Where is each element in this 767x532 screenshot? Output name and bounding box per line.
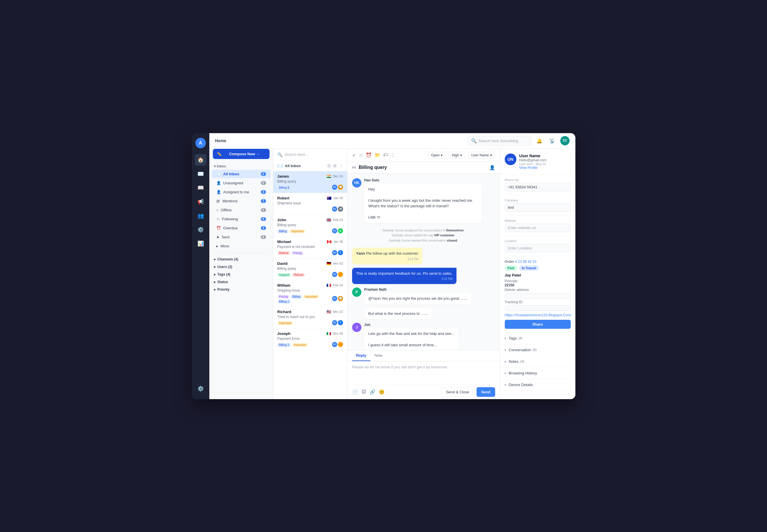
sender-avatar: J [352, 323, 361, 332]
sidebar-item-overdue[interactable]: ⏰ Overdue 3 [212, 224, 271, 232]
inbox-section-label[interactable]: ▾ Inbox [209, 163, 273, 169]
more-icon[interactable]: ⋮ [391, 152, 395, 158]
tag-icon[interactable]: 🏷 [383, 152, 388, 158]
chat-input-box[interactable]: Please do let me know if you still don't… [347, 361, 500, 385]
filter-icon[interactable]: ⊟ [327, 163, 331, 168]
sidebar-tags[interactable]: ▸ Tags (4) [209, 271, 273, 278]
channel-icon: ✉ [338, 206, 343, 212]
sidebar-users[interactable]: ▸ Users (2) [209, 263, 273, 271]
sidebar-item-sent[interactable]: ➤ Sent 8 [212, 233, 271, 241]
sender-avatar: HS [352, 178, 361, 188]
mentions-icon: @ [216, 199, 220, 203]
nav-home[interactable]: 🏠 [195, 154, 206, 166]
notifications-icon[interactable]: 🔔 [535, 136, 544, 145]
clock-icon[interactable]: ⏰ [366, 152, 372, 158]
sidebar-channels[interactable]: ▸ Channels (4) [209, 256, 273, 263]
attach-icon[interactable]: 📄 [352, 389, 358, 395]
overdue-icon: ⏰ [216, 226, 221, 230]
chevron-down-icon: ▾ [441, 153, 443, 157]
sidebar-item-mentions[interactable]: @ Mentions 7 [212, 197, 271, 205]
inbox-list-icon: ✉️ [277, 163, 283, 169]
message-row: J Jon Lets go with the flow and ask for … [352, 323, 495, 350]
view-profile-link[interactable]: View Profile [519, 166, 547, 170]
conversation-item[interactable]: John 🇬🇧 Feb 23 Billing query Billing Imp… [273, 215, 347, 237]
conversation-accordion[interactable]: ▸ Conversation (6) [500, 344, 575, 356]
channel-icon: 💬 [338, 296, 343, 301]
avatar: TC [332, 272, 337, 277]
conversation-item[interactable]: Michael 🇨🇦 Jun 30 Payment is not receive… [273, 237, 347, 258]
send-button[interactable]: Send [477, 387, 495, 397]
more-options-icon[interactable]: ⋮ [339, 163, 343, 168]
send-close-button[interactable]: Send & Close [441, 387, 474, 397]
conversation-item[interactable]: Joseph 🇮🇹 Dec 26 Payment Error Billing 1… [273, 329, 347, 350]
note-tab[interactable]: Note [370, 350, 386, 361]
in-transit-tag: In Transit [519, 265, 539, 271]
columns-icon[interactable]: ⊞ [333, 163, 337, 168]
location-section: Location Enter Location [500, 236, 575, 256]
user-name: User Name [519, 153, 547, 158]
assignee-button[interactable]: User Name ▾ [468, 152, 495, 159]
avatar: TC [332, 320, 337, 325]
chevron-right-icon: ▸ [505, 359, 506, 363]
star-icon[interactable]: ☆ [359, 152, 363, 158]
nav-inbox[interactable]: ✉️ [195, 168, 206, 180]
message-row: But what is the next process to ....... [352, 308, 495, 319]
nav-contacts[interactable]: 👥 [195, 210, 206, 222]
conversation-item[interactable]: Richard 🇺🇸 Dec 22 Tried to reach out to … [273, 307, 347, 329]
check-icon[interactable]: ✓ [352, 152, 356, 158]
emoji-icon[interactable]: 😊 [379, 389, 385, 395]
reply-tab[interactable]: Reply [352, 350, 370, 361]
sidebar-priority[interactable]: ▸ Priority [209, 286, 273, 293]
search-box[interactable]: 🔍 [467, 136, 531, 146]
sidebar-status[interactable]: ▸ Status [209, 278, 273, 286]
priority-button[interactable]: High ▾ [449, 152, 465, 159]
app-logo[interactable]: A [195, 138, 206, 148]
browsing-history-accordion[interactable]: ▸ Browsing History [500, 367, 575, 379]
sidebar-item-following[interactable]: ☆ Following 9 [212, 215, 271, 223]
chat-header: #4 Billing query 👤 [347, 162, 500, 174]
chevron-right-icon: ▸ [505, 348, 506, 352]
nav-settings[interactable]: ⚙️ [195, 383, 206, 394]
location-input[interactable]: Enter Location [505, 244, 571, 252]
app-header: Home 🔍 🔔 📡 TC [209, 133, 575, 149]
conversation-item[interactable]: William 🇫🇷 Feb 14 Shipping issue Pricing… [273, 280, 347, 307]
sidebar-item-more[interactable]: ▸ More [212, 242, 271, 250]
channel-icon: 🔶 [338, 342, 343, 347]
website-input[interactable]: Enter website url [505, 224, 571, 232]
conversation-item[interactable]: David 🇩🇪 Dec 02 Billing query Support Re… [273, 258, 347, 280]
device-details-accordion[interactable]: ▸ Device Details [500, 379, 575, 391]
user-avatar[interactable]: TC [560, 136, 570, 145]
nav-broadcast[interactable]: 📢 [195, 196, 206, 208]
person-icon: 👤 [489, 165, 495, 170]
deliver-row: Deliver address: [505, 288, 571, 299]
feed-icon[interactable]: 📡 [547, 136, 557, 145]
sidebar-item-offline[interactable]: ○ Offline 6 [212, 206, 271, 214]
compose-new-button[interactable]: ✏️ Compose New → [213, 149, 270, 159]
chevron-down-icon: ▾ [460, 153, 462, 157]
message-row: This is really important feedback for us… [352, 268, 495, 284]
nav-book[interactable]: 📖 [195, 182, 206, 194]
sidebar-item-assigned-to-me[interactable]: 👤 Assigned to me 3 [212, 188, 271, 196]
tags-accordion[interactable]: ▸ Tags (4) [500, 333, 575, 344]
inbox-search-input[interactable] [285, 152, 343, 157]
sidebar-item-all-inbox[interactable]: ✉️ All Inbox 2 [212, 170, 271, 178]
status-button[interactable]: Open ▾ [428, 152, 446, 159]
chevron-right-icon: ▸ [505, 383, 506, 387]
search-input[interactable] [479, 139, 527, 143]
nav-hierarchy[interactable]: ⚙️ [195, 224, 206, 235]
conversation-item[interactable]: Robert 🇦🇺 Jan 15 Shipment issue TC ✉ [273, 193, 347, 215]
chat-id: #4 [352, 165, 356, 169]
sidebar-item-unassigned[interactable]: 👤 Unassigned 0 [212, 179, 271, 187]
folder-icon[interactable]: 📁 [374, 152, 380, 158]
tracking-link[interactable]: Https://Greatadventures133.Blogspot.Com/ [505, 313, 571, 317]
phone-label: Phone No [505, 178, 571, 182]
share-button[interactable]: Share [505, 320, 571, 329]
system-message: Sankalp Jonna assigned the conversation … [352, 227, 495, 244]
conversation-item[interactable]: James 🇮🇳 Dec 15 Billing query Billing $ [273, 171, 347, 193]
notes-accordion[interactable]: ▸ Notes (4) [500, 356, 575, 367]
image-icon[interactable]: 🖼 [361, 389, 366, 395]
link-icon[interactable]: 🔗 [370, 389, 375, 395]
nav-reports[interactable]: 📊 [195, 238, 206, 249]
order-link[interactable]: # 22 88 44 33 [515, 260, 536, 264]
user-email: Hello@gmail.com [519, 158, 547, 162]
